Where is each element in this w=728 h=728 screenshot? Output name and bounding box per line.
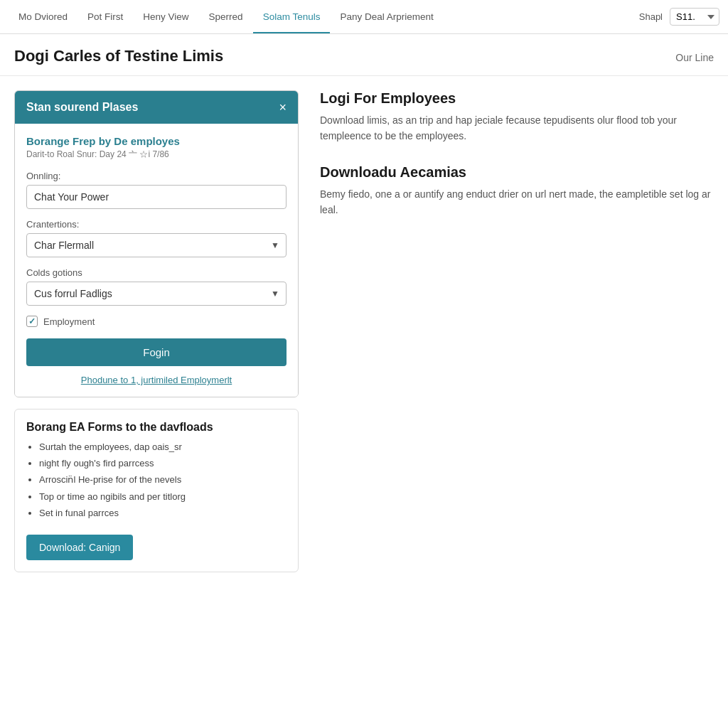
form-card-body: Borange Frep by De employes Darit-to Roa… <box>15 124 298 397</box>
right-section-1-text: Download limis, as an trip and hap jecia… <box>320 112 714 144</box>
right-section-1: Logi For Employees Download limis, as an… <box>320 90 714 144</box>
info-card-title: Borang EA Forms to the davfloads <box>26 421 287 434</box>
right-section-2-text: Bemy fiedo, one a or auntify ang enduct … <box>320 186 714 218</box>
field-colds-select-wrap: Cus forrul FadligsOption 2Option 3 ▼ <box>26 282 287 306</box>
page-title: Dogi Carles of Testine Limis <box>14 47 223 65</box>
nav-item-mo-divored[interactable]: Mo Dviored <box>9 1 77 33</box>
nav-bar: Mo DvioredPot FirstHeny ViewSperredSolam… <box>0 0 728 34</box>
field-online: Onnling: <box>26 171 287 209</box>
checkbox-row: Employment <box>26 316 287 327</box>
field-colds-label: Colds gotions <box>26 267 287 278</box>
form-card: Stan sourend Plases × Borange Frep by De… <box>14 90 299 397</box>
form-card-title: Stan sourend Plases <box>26 101 138 114</box>
form-subtext: Darit-to Roal Snur: Day 24 亠 ☆i 7/86 <box>26 149 287 161</box>
employment-checkbox[interactable] <box>26 316 38 327</box>
field-cran-select-wrap: Char FlermallOption 2Option 3 ▼ <box>26 233 287 257</box>
checkbox-label: Employment <box>43 316 95 327</box>
right-panel: Logi For Employees Download limis, as an… <box>299 90 714 238</box>
right-section-1-title: Logi For Employees <box>320 90 714 107</box>
field-online-label: Onnling: <box>26 171 287 181</box>
right-section-2-title: Downloadu Aecamias <box>320 164 714 181</box>
nav-item-heny-view[interactable]: Heny View <box>133 1 198 33</box>
info-card-list: Surtah the employees, dap oais_srnight f… <box>26 441 287 520</box>
field-cran: Crantertions: Char FlermallOption 2Optio… <box>26 219 287 257</box>
nav-item-sperred[interactable]: Sperred <box>199 1 253 33</box>
list-item: Top or time ao ngibils and per titlorg <box>39 491 287 503</box>
field-colds-select[interactable]: Cus forrul FadligsOption 2Option 3 <box>26 282 287 306</box>
list-item: Surtah the employees, dap oais_sr <box>39 441 287 454</box>
submit-button[interactable]: Fogin <box>26 338 287 366</box>
nav-item-pot-first[interactable]: Pot First <box>77 1 133 33</box>
page-header: Dogi Carles of Testine Limis Our Line <box>0 34 728 76</box>
close-button[interactable]: × <box>279 101 287 114</box>
field-cran-label: Crantertions: <box>26 219 287 230</box>
footer-link[interactable]: Phodune to 1, jurtimiled Employmerlt <box>26 375 287 385</box>
nav-item-solam-tenuls[interactable]: Solam Tenuls <box>253 1 331 33</box>
form-card-header: Stan sourend Plases × <box>15 91 298 124</box>
page-link[interactable]: Our Line <box>675 52 714 63</box>
nav-item-pany-deal[interactable]: Pany Deal Arpriement <box>330 1 443 33</box>
nav-shapl-label: Shapl <box>639 11 663 22</box>
info-card: Borang EA Forms to the davfloads Surtah … <box>14 409 299 572</box>
nav-right: Shapl S11.S12.S13. <box>639 8 719 26</box>
field-colds: Colds gotions Cus forrul FadligsOption 2… <box>26 267 287 306</box>
nav-select[interactable]: S11.S12.S13. <box>670 8 719 26</box>
list-item: night fly ough's fird parrcess <box>39 457 287 470</box>
field-cran-select[interactable]: Char FlermallOption 2Option 3 <box>26 233 287 257</box>
field-online-input[interactable] <box>26 185 287 209</box>
list-item: Arroscin̈l He-prise for of the nevels <box>39 473 287 486</box>
right-section-2: Downloadu Aecamias Bemy fiedo, one a or … <box>320 164 714 218</box>
list-item: Set in funal parrces <box>39 507 287 520</box>
form-subtitle: Borange Frep by De employes <box>26 135 287 147</box>
left-panel: Stan sourend Plases × Borange Frep by De… <box>14 90 299 572</box>
main-layout: Stan sourend Plases × Borange Frep by De… <box>0 76 728 587</box>
download-button[interactable]: Download: Canign <box>26 535 133 560</box>
